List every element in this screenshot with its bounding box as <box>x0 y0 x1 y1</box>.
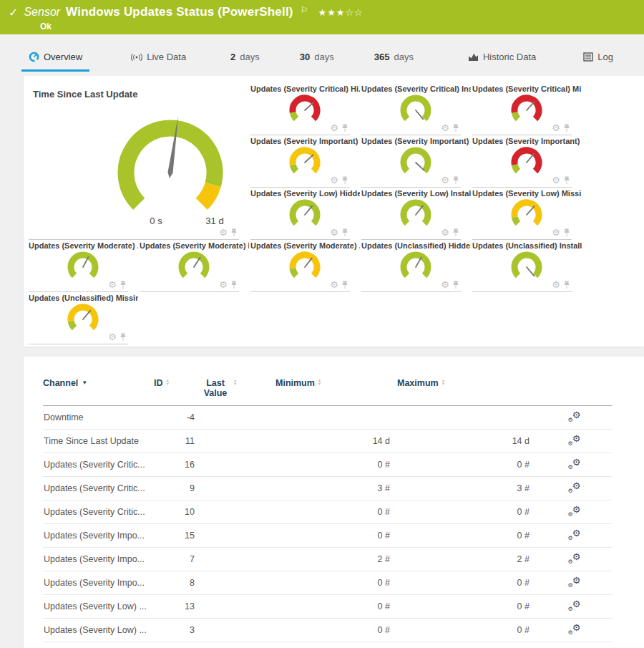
table-row[interactable]: Updates (Severity Low) ... 13 0 # 0 # ⚙⚙ <box>43 595 612 619</box>
table-row[interactable]: Updates (Severity Critic... 9 3 # 3 # ⚙⚙ <box>43 477 612 500</box>
pin-icon[interactable] <box>563 281 570 289</box>
table-row[interactable]: Updates (Severity Critic... 10 0 # 0 # ⚙… <box>43 500 612 524</box>
channel-name[interactable]: Updates (Severity Critic... <box>43 477 154 500</box>
channel-gauge-cell[interactable]: Updates (Severity Important) ... ⚙ <box>249 135 360 188</box>
channel-settings-icon[interactable]: ⚙⚙ <box>568 553 581 564</box>
gear-icon[interactable]: ⚙ <box>552 280 560 289</box>
pin-icon[interactable] <box>230 281 238 289</box>
channel-id: 9 <box>154 477 200 500</box>
channel-gauge-cell[interactable]: Updates (Severity Critical) Hi... ⚙ <box>249 83 360 135</box>
main-gauge-cell[interactable]: Time Since Last Update 0 s31 d ⚙ <box>27 83 249 240</box>
column-header-last-value[interactable]: Last Value▲▼ <box>200 375 275 406</box>
pin-icon[interactable] <box>341 124 348 132</box>
gear-icon[interactable]: ⚙ <box>552 175 560 185</box>
channel-gauge-cell[interactable]: Updates (Severity Low) Missi... ⚙ <box>471 188 582 240</box>
gear-icon[interactable]: ⚙ <box>441 175 449 185</box>
channel-settings-icon[interactable]: ⚙⚙ <box>568 506 581 517</box>
gauge-grid: Time Since Last Update 0 s31 d ⚙ Updates… <box>27 83 644 344</box>
table-row[interactable]: Time Since Last Update 11 14 d 14 d ⚙⚙ <box>43 430 612 453</box>
flag-icon[interactable]: ⚐ <box>301 5 308 15</box>
gear-icon[interactable]: ⚙ <box>552 228 560 237</box>
tab-2-days[interactable]: 2 days <box>223 52 267 72</box>
channel-last-value <box>200 619 275 642</box>
table-row[interactable]: Updates (Severity Impo... 7 2 # 2 # ⚙⚙ <box>43 548 612 571</box>
pin-icon[interactable] <box>341 281 348 289</box>
pin-icon[interactable] <box>230 228 238 237</box>
gear-icon[interactable]: ⚙ <box>108 280 117 289</box>
pin-icon[interactable] <box>563 228 570 237</box>
channel-gauge-cell[interactable]: Updates (Severity Moderate) I... ⚙ <box>138 240 249 292</box>
tab-historic-data[interactable]: Historic Data <box>461 52 543 72</box>
channel-name[interactable]: Updates (Severity Critic... <box>43 500 154 524</box>
pin-icon[interactable] <box>341 176 348 185</box>
channel-name[interactable]: Updates (Severity Impo... <box>43 548 154 571</box>
column-header-maximum[interactable]: Maximum▲▼ <box>397 375 537 406</box>
channel-settings-icon[interactable]: ⚙⚙ <box>568 600 581 611</box>
channel-name[interactable]: Updates (Severity Impo... <box>43 524 154 548</box>
table-row[interactable]: Updates (Severity Low) ... 3 0 # 0 # ⚙⚙ <box>43 619 612 642</box>
channel-gauge-cell[interactable]: Updates (Severity Important) ... ⚙ <box>360 135 471 188</box>
channel-settings-icon[interactable]: ⚙⚙ <box>568 529 581 541</box>
pin-icon[interactable] <box>563 176 570 185</box>
gear-icon[interactable]: ⚙ <box>330 123 338 132</box>
gear-icon[interactable]: ⚙ <box>330 280 338 289</box>
gear-icon[interactable]: ⚙ <box>219 228 228 237</box>
table-row[interactable]: Updates (Severity Critic... 16 0 # 0 # ⚙… <box>43 453 612 477</box>
pin-icon[interactable] <box>452 281 459 289</box>
tab-30-days[interactable]: 30 days <box>293 52 341 72</box>
channel-settings-icon[interactable]: ⚙⚙ <box>568 435 581 446</box>
channel-settings-icon[interactable]: ⚙⚙ <box>568 576 581 588</box>
gear-icon[interactable]: ⚙ <box>441 228 449 237</box>
table-row[interactable]: Updates (Severity Impo... 8 0 # 0 # ⚙⚙ <box>43 571 612 595</box>
channel-name[interactable]: Updates (Severity Impo... <box>43 571 154 595</box>
tab-live-data[interactable]: Live Data <box>124 52 193 72</box>
tab-365-days[interactable]: 365 days <box>367 52 421 72</box>
table-row[interactable]: Downtime -4 ⚙⚙ <box>43 406 612 430</box>
channel-name[interactable]: Updates (Severity Critic... <box>43 453 154 477</box>
channel-name[interactable]: Downtime <box>43 406 154 430</box>
channel-id: 13 <box>154 595 200 619</box>
pin-icon[interactable] <box>119 281 127 289</box>
gear-icon[interactable]: ⚙ <box>219 280 228 289</box>
channel-name[interactable]: Time Since Last Update <box>43 430 154 453</box>
gear-icon[interactable]: ⚙ <box>330 228 338 237</box>
channel-gauge-cell[interactable]: Updates (Unclassified) Missing ⚙ <box>27 292 138 344</box>
channel-settings-icon[interactable]: ⚙⚙ <box>568 458 581 470</box>
gear-icon[interactable]: ⚙ <box>441 280 449 289</box>
gear-icon[interactable]: ⚙ <box>108 332 117 342</box>
pin-icon[interactable] <box>119 333 127 342</box>
priority-stars[interactable]: ★★★☆☆ <box>318 7 363 18</box>
channel-gauge-cell[interactable]: Updates (Severity Moderate) ... ⚙ <box>249 240 360 292</box>
channel-gauge-cell[interactable]: Updates (Severity Low) Hidden ⚙ <box>249 188 360 240</box>
pin-icon[interactable] <box>341 228 348 237</box>
channel-gauge-cell[interactable]: Updates (Unclassified) Install... ⚙ <box>471 240 582 292</box>
channel-last-value <box>200 500 275 524</box>
area-chart-icon <box>468 52 479 62</box>
pin-icon[interactable] <box>563 124 570 132</box>
pin-icon[interactable] <box>452 124 459 132</box>
column-header-minimum[interactable]: Minimum▲▼ <box>275 375 397 406</box>
channel-settings-icon[interactable]: ⚙⚙ <box>568 482 581 493</box>
pin-icon[interactable] <box>452 176 459 185</box>
channel-table-panel: Channel▼ ID▲▼ Last Value▲▼ Minimum▲▼ Max… <box>24 357 644 648</box>
channel-gauge-cell[interactable]: Updates (Severity Critical) Mi... ⚙ <box>471 83 582 135</box>
channel-settings-icon[interactable]: ⚙⚙ <box>568 624 581 635</box>
channel-gauge-cell[interactable]: Updates (Severity Low) Install... ⚙ <box>360 188 471 240</box>
gear-icon[interactable]: ⚙ <box>441 123 449 132</box>
pin-icon[interactable] <box>452 228 459 237</box>
tab-log[interactable]: Log <box>576 52 620 72</box>
channel-name[interactable]: Updates (Severity Low) ... <box>43 595 154 619</box>
channel-gauge-cell[interactable]: Updates (Severity Moderate) ... ⚙ <box>27 240 138 292</box>
channel-name[interactable]: Updates (Severity Low) ... <box>43 619 154 642</box>
channel-gauge-cell[interactable]: Updates (Unclassified) Hidden ⚙ <box>360 240 471 292</box>
channel-gauge-cell[interactable]: Updates (Severity Important) ... ⚙ <box>471 135 582 188</box>
gear-icon[interactable]: ⚙ <box>552 123 560 132</box>
column-header-id[interactable]: ID▲▼ <box>154 375 200 406</box>
channel-settings-icon[interactable]: ⚙⚙ <box>568 411 581 422</box>
tab-overview[interactable]: Overview <box>21 52 89 72</box>
column-header-channel[interactable]: Channel▼ <box>43 375 154 406</box>
gear-icon[interactable]: ⚙ <box>330 175 338 185</box>
channel-gauge <box>392 198 439 233</box>
channel-gauge-cell[interactable]: Updates (Severity Critical) Ins... ⚙ <box>360 83 471 135</box>
table-row[interactable]: Updates (Severity Impo... 15 0 # 0 # ⚙⚙ <box>43 524 612 548</box>
